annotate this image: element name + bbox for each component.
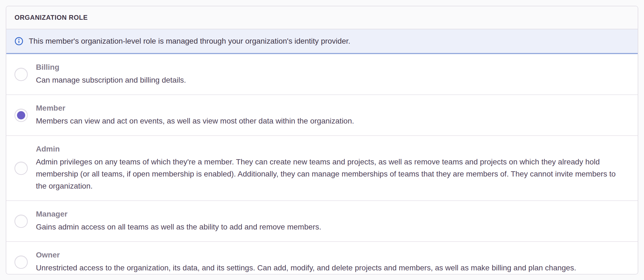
radio-owner[interactable] <box>15 256 28 269</box>
radio-manager[interactable] <box>15 215 28 228</box>
role-description-manager: Gains admin access on all teams as well … <box>36 221 621 233</box>
info-icon <box>15 37 23 46</box>
role-option-admin[interactable]: Admin Admin privileges on any teams of w… <box>6 135 638 200</box>
role-label-admin: Admin <box>36 144 621 154</box>
panel-title: ORGANIZATION ROLE <box>15 14 88 21</box>
role-label-member: Member <box>36 103 621 113</box>
organization-role-panel: ORGANIZATION ROLE This member's organiza… <box>6 6 638 275</box>
role-option-member[interactable]: Member Members can view and act on event… <box>6 94 638 135</box>
role-label-owner: Owner <box>36 250 621 260</box>
role-text: Billing Can manage subscription and bill… <box>36 62 629 86</box>
role-label-manager: Manager <box>36 209 621 219</box>
role-description-billing: Can manage subscription and billing deta… <box>36 74 621 86</box>
role-options-list: Billing Can manage subscription and bill… <box>6 54 638 275</box>
banner-text: This member's organization-level role is… <box>29 37 350 46</box>
role-text: Owner Unrestricted access to the organiz… <box>36 250 629 274</box>
idp-managed-banner: This member's organization-level role is… <box>6 29 638 54</box>
role-option-billing[interactable]: Billing Can manage subscription and bill… <box>6 54 638 94</box>
role-text: Admin Admin privileges on any teams of w… <box>36 144 629 192</box>
role-option-manager[interactable]: Manager Gains admin access on all teams … <box>6 200 638 241</box>
role-description-admin: Admin privileges on any teams of which t… <box>36 156 621 192</box>
radio-member[interactable] <box>15 109 28 122</box>
role-option-owner[interactable]: Owner Unrestricted access to the organiz… <box>6 241 638 275</box>
role-text: Manager Gains admin access on all teams … <box>36 209 629 233</box>
role-description-member: Members can view and act on events, as w… <box>36 115 621 127</box>
radio-admin[interactable] <box>15 162 28 175</box>
panel-header: ORGANIZATION ROLE <box>6 6 638 29</box>
radio-billing[interactable] <box>15 68 28 81</box>
role-text: Member Members can view and act on event… <box>36 103 629 127</box>
role-description-owner: Unrestricted access to the organization,… <box>36 262 621 274</box>
role-label-billing: Billing <box>36 62 621 72</box>
